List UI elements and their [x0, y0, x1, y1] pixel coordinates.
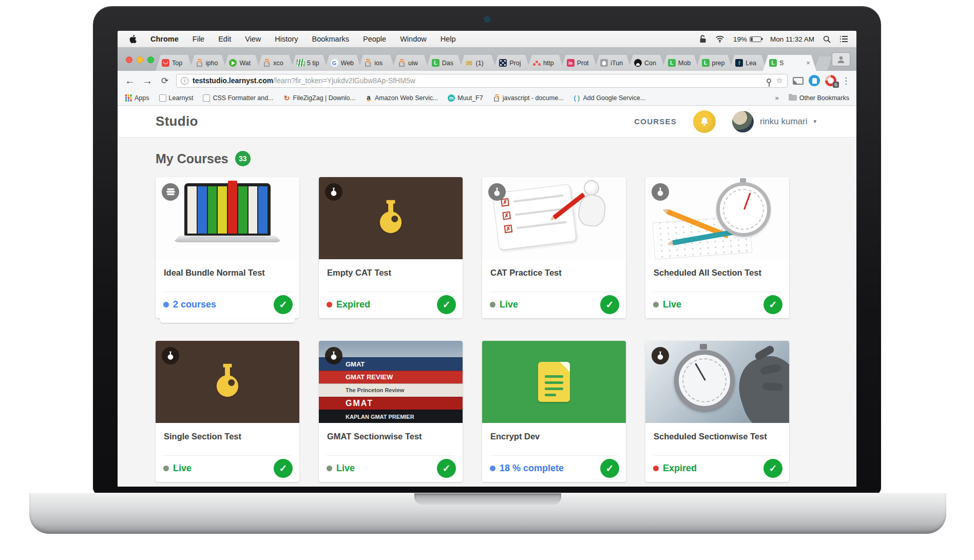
- muut-icon: [448, 94, 455, 102]
- bookmark-google-service[interactable]: Add Google Service...: [574, 94, 646, 102]
- course-status[interactable]: Live: [327, 463, 355, 474]
- nav-courses[interactable]: COURSES: [634, 117, 677, 126]
- course-status[interactable]: Live: [490, 299, 518, 310]
- notifications-bell-button[interactable]: [693, 110, 716, 133]
- tab-uiwebview[interactable]: uiw: [392, 55, 429, 71]
- bookmarks-overflow-chevron[interactable]: »: [775, 94, 779, 102]
- course-card[interactable]: Ideal Bundle Normal Test 2 courses ✓: [156, 177, 299, 318]
- tab-5tips[interactable]: 5 tip: [291, 55, 328, 71]
- tab-dashboard[interactable]: Das: [426, 55, 463, 71]
- course-status[interactable]: Live: [163, 463, 192, 474]
- tab-watch[interactable]: Wat: [223, 55, 260, 71]
- course-status[interactable]: Expired: [653, 463, 697, 474]
- tab-github[interactable]: Con: [628, 55, 665, 71]
- course-card[interactable]: Scheduled All Section Test Live ✓: [645, 177, 789, 318]
- bookmark-apps[interactable]: Apps: [125, 94, 149, 102]
- course-title: CAT Practice Test: [482, 259, 626, 292]
- tab-label: iTun: [610, 60, 623, 67]
- menu-item-edit[interactable]: Edit: [218, 35, 231, 43]
- status-dot: [163, 302, 169, 307]
- bookmark-amazon[interactable]: Amazon Web Servic...: [365, 94, 438, 102]
- password-key-icon[interactable]: [767, 79, 771, 83]
- course-card[interactable]: Single Section Test Live ✓: [156, 341, 299, 482]
- tab-mail[interactable]: (1): [459, 55, 496, 71]
- url-text[interactable]: teststudio.learnyst.com/learn?fir_token=…: [193, 76, 762, 85]
- course-status[interactable]: 2 courses: [163, 299, 216, 310]
- site-info-icon[interactable]: i: [181, 77, 188, 85]
- tab-xcode[interactable]: xco: [257, 55, 294, 71]
- new-tab-button[interactable]: [814, 56, 832, 70]
- course-thumbnail-flask: [156, 341, 299, 423]
- course-card[interactable]: ✗ ✗ ✗ CAT Practice Test Live: [482, 177, 626, 318]
- page-icon: [159, 94, 166, 102]
- course-card[interactable]: Encrypt Dev 18 % complete ✓: [482, 341, 626, 482]
- chromecast-extension-icon[interactable]: [793, 77, 804, 85]
- tab-iphone[interactable]: ipho: [189, 55, 227, 71]
- transit-extension-icon[interactable]: [809, 75, 820, 86]
- tab-learn[interactable]: Lea: [729, 55, 767, 71]
- tab-prep[interactable]: prep: [696, 55, 733, 71]
- menu-item-bookmarks[interactable]: Bookmarks: [312, 35, 349, 43]
- menu-item-file[interactable]: File: [193, 35, 204, 43]
- bookmark-javascript[interactable]: javascript - docume...: [493, 94, 564, 102]
- battery-indicator[interactable]: 19%: [733, 35, 761, 43]
- tab-web[interactable]: Web: [324, 55, 362, 71]
- chrome-menu-icon[interactable]: ⋮: [842, 75, 850, 86]
- bookmark-filezigzag[interactable]: FileZigZag | Downlo...: [283, 94, 355, 102]
- menu-item-help[interactable]: Help: [441, 35, 456, 43]
- course-card[interactable]: Scheduled Sectionwise Test Expired ✓: [645, 341, 789, 482]
- bookmark-muut[interactable]: Muut_F7: [448, 94, 483, 102]
- course-status[interactable]: 18 % complete: [490, 463, 564, 474]
- menu-clock[interactable]: Mon 11:32 AM: [770, 35, 814, 43]
- menu-item-chrome[interactable]: Chrome: [150, 35, 179, 43]
- bookmark-star-icon[interactable]: ☆: [776, 76, 783, 85]
- tab-itunes[interactable]: iTun: [594, 55, 632, 71]
- red-extension-icon[interactable]: 6: [825, 75, 836, 86]
- test-flask-icon: [652, 347, 669, 364]
- tab-label: Prot: [577, 60, 589, 67]
- status-text: 2 courses: [173, 299, 216, 310]
- menu-item-people[interactable]: People: [363, 35, 386, 43]
- menu-item-window[interactable]: Window: [400, 35, 427, 43]
- bookmark-css-formatter[interactable]: CSS Formatter and...: [203, 94, 273, 102]
- course-status[interactable]: Live: [653, 299, 681, 310]
- book-spine: The Princeton Review: [319, 383, 463, 397]
- battery-percent: 19%: [733, 35, 747, 43]
- zoom-window-button[interactable]: [147, 56, 154, 63]
- minimize-window-button[interactable]: [137, 56, 143, 63]
- tab-studio-active[interactable]: S ×: [763, 55, 816, 71]
- tab-prototype[interactable]: Prot: [561, 55, 598, 71]
- google-service-icon: [574, 94, 581, 102]
- menu-item-history[interactable]: History: [275, 35, 298, 43]
- tab-label: ipho: [206, 60, 218, 67]
- bookmark-learnyst[interactable]: Learnyst: [159, 94, 194, 102]
- course-card[interactable]: GMAT GMAT REVIEW The Princeton Review GM…: [319, 341, 463, 482]
- course-card[interactable]: Empty CAT Test Expired ✓: [319, 177, 463, 318]
- url-bar[interactable]: i teststudio.learnyst.com/learn?fir_toke…: [176, 74, 788, 88]
- tab-project[interactable]: Proj: [493, 55, 530, 71]
- user-menu[interactable]: rinku kumari ▾: [732, 111, 816, 132]
- browser-profile-button[interactable]: [832, 52, 850, 66]
- menu-item-view[interactable]: View: [245, 35, 261, 43]
- status-dot: [327, 466, 332, 471]
- browser-toolbar: ← → ⟳ i teststudio.learnyst.com/learn?fi…: [118, 71, 856, 90]
- spotlight-search-icon[interactable]: [823, 35, 831, 43]
- lock-icon[interactable]: [699, 35, 706, 43]
- tab-mobile[interactable]: Mob: [662, 55, 699, 71]
- avatar[interactable]: [732, 111, 754, 132]
- tab-top[interactable]: Top: [156, 55, 193, 71]
- course-thumbnail-checklist: ✗ ✗ ✗: [482, 177, 626, 259]
- back-button[interactable]: ←: [124, 75, 136, 86]
- close-window-button[interactable]: [126, 56, 132, 63]
- other-bookmarks[interactable]: Other Bookmarks: [789, 94, 849, 102]
- apple-menu-icon[interactable]: [129, 35, 137, 44]
- wifi-icon[interactable]: [715, 35, 724, 43]
- tab-http[interactable]: http: [527, 55, 564, 71]
- published-check-icon: ✓: [274, 295, 293, 314]
- reload-button[interactable]: ⟳: [159, 76, 171, 85]
- course-status[interactable]: Expired: [327, 299, 370, 310]
- tab-ios[interactable]: ios: [358, 55, 395, 71]
- tab-close-icon[interactable]: ×: [806, 60, 810, 66]
- notification-center-icon[interactable]: [839, 35, 848, 43]
- forward-button[interactable]: →: [141, 75, 154, 86]
